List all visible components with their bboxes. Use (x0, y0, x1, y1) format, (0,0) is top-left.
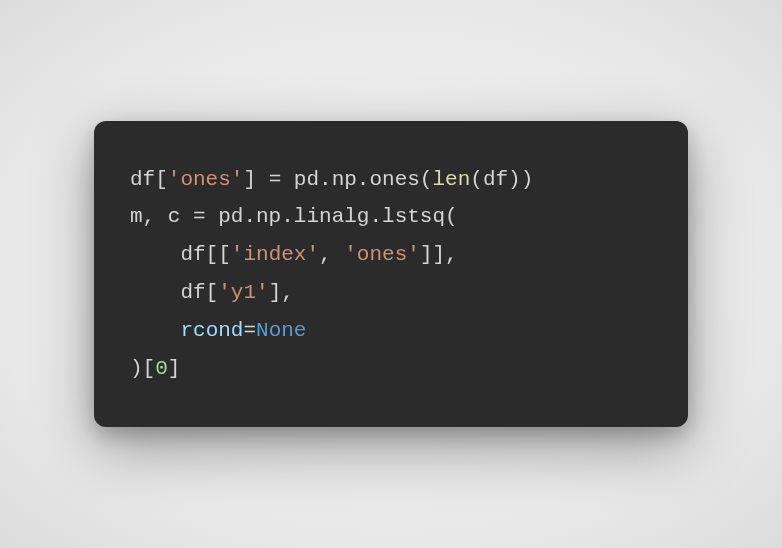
code-token: ] = pd.np.ones( (243, 168, 432, 191)
code-token: )[ (130, 357, 155, 380)
code-token-keyword: None (256, 319, 306, 342)
code-line-5: rcond=None (130, 312, 652, 350)
code-token: ], (269, 281, 294, 304)
code-token: df[ (130, 281, 218, 304)
code-token: ]], (420, 243, 458, 266)
code-token: , (319, 243, 344, 266)
code-line-4: df['y1'], (130, 274, 652, 312)
code-token-param: rcond (180, 319, 243, 342)
code-token (130, 319, 180, 342)
code-token-string: 'ones' (168, 168, 244, 191)
code-token-number: 0 (155, 357, 168, 380)
code-token: (df)) (470, 168, 533, 191)
code-token: df[ (130, 168, 168, 191)
code-token-string: 'y1' (218, 281, 268, 304)
code-token: m, c = pd.np.linalg.lstsq( (130, 205, 458, 228)
code-line-3: df[['index', 'ones']], (130, 236, 652, 274)
code-line-1: df['ones'] = pd.np.ones(len(df)) (130, 161, 652, 199)
code-token: df[[ (130, 243, 231, 266)
code-token: ] (168, 357, 181, 380)
code-token-string: 'index' (231, 243, 319, 266)
code-line-6: )[0] (130, 350, 652, 388)
code-token-func: len (432, 168, 470, 191)
code-token: = (243, 319, 256, 342)
code-token-string: 'ones' (344, 243, 420, 266)
code-block: df['ones'] = pd.np.ones(len(df)) m, c = … (94, 121, 688, 428)
code-line-2: m, c = pd.np.linalg.lstsq( (130, 198, 652, 236)
